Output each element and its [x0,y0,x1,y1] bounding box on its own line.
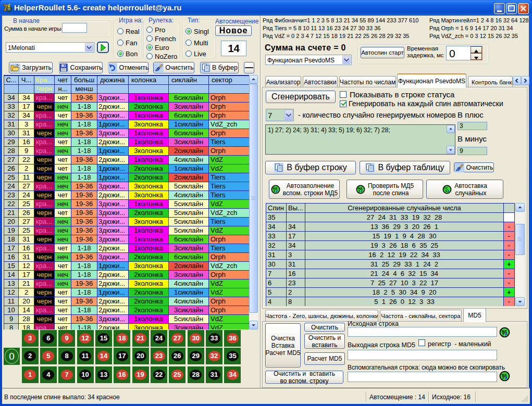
svg-text:5: 5 [502,332,504,336]
svg-text:5: 5 [502,376,504,379]
svg-text:5: 5 [274,189,275,193]
svg-text:5: 5 [358,189,360,193]
svg-text:Ч: Ч [445,189,447,193]
svg-text:7: 7 [3,4,8,12]
